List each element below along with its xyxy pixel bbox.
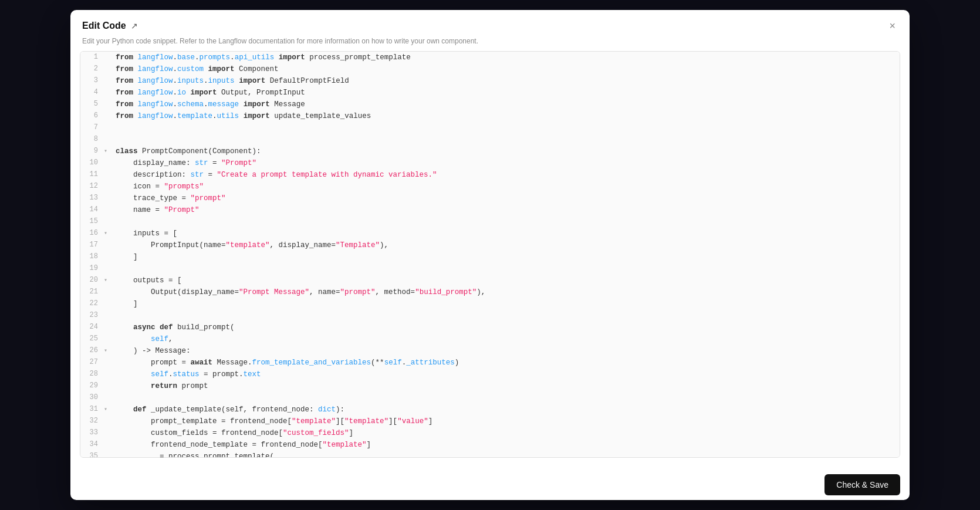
code-line: from langflow.custom import Component xyxy=(111,63,900,75)
code-line: _ = process_prompt_template( xyxy=(111,451,900,457)
line-number: 4 xyxy=(80,87,104,99)
line-number: 20 xyxy=(80,275,104,286)
table-row: 4from langflow.io import Output, PromptI… xyxy=(80,87,900,99)
table-row: 15 xyxy=(80,216,900,228)
fold-marker xyxy=(104,380,111,392)
fold-marker xyxy=(104,310,111,322)
fold-marker xyxy=(104,263,111,275)
table-row: 25 self, xyxy=(80,333,900,345)
code-line: Output(display_name="Prompt Message", na… xyxy=(111,286,900,298)
table-row: 30 xyxy=(80,392,900,404)
table-row: 34 frontend_node_template = frontend_nod… xyxy=(80,439,900,451)
check-save-button[interactable]: Check & Save xyxy=(824,474,900,495)
code-line: from langflow.inputs.inputs import Defau… xyxy=(111,75,900,87)
fold-marker xyxy=(104,63,111,75)
table-row: 3from langflow.inputs.inputs import Defa… xyxy=(80,75,900,87)
code-table: 1from langflow.base.prompts.api_utils im… xyxy=(80,52,900,457)
code-line: display_name: str = "Prompt" xyxy=(111,157,900,169)
fold-marker xyxy=(104,52,111,63)
fold-marker xyxy=(104,110,111,122)
fold-marker xyxy=(104,357,111,369)
line-number: 15 xyxy=(80,216,104,228)
code-line xyxy=(111,216,900,228)
line-number: 31 xyxy=(80,404,104,416)
fold-marker xyxy=(104,298,111,310)
fold-marker xyxy=(104,451,111,457)
line-number: 9 xyxy=(80,146,104,157)
fold-marker xyxy=(104,157,111,169)
line-number: 13 xyxy=(80,192,104,204)
table-row: 1from langflow.base.prompts.api_utils im… xyxy=(80,52,900,63)
code-line: from langflow.base.prompts.api_utils imp… xyxy=(111,52,900,63)
line-number: 5 xyxy=(80,99,104,110)
external-link-icon[interactable]: ↗ xyxy=(131,21,138,31)
modal-body: 1from langflow.base.prompts.api_utils im… xyxy=(70,51,910,467)
line-number: 25 xyxy=(80,333,104,345)
close-button[interactable]: × xyxy=(887,19,898,32)
table-row: 19 xyxy=(80,263,900,275)
code-line: class PromptComponent(Component): xyxy=(111,146,900,157)
line-number: 18 xyxy=(80,251,104,263)
line-number: 19 xyxy=(80,263,104,275)
code-line: frontend_node_template = frontend_node["… xyxy=(111,439,900,451)
fold-marker xyxy=(104,216,111,228)
fold-marker xyxy=(104,87,111,99)
table-row: 13 trace_type = "prompt" xyxy=(80,192,900,204)
fold-marker xyxy=(104,239,111,251)
table-row: 18 ] xyxy=(80,251,900,263)
fold-marker xyxy=(104,439,111,451)
line-number: 34 xyxy=(80,439,104,451)
fold-marker: ▾ xyxy=(104,228,111,239)
fold-marker xyxy=(104,427,111,439)
code-line: ] xyxy=(111,298,900,310)
code-line: icon = "prompts" xyxy=(111,181,900,192)
modal-subtitle: Edit your Python code snippet. Refer to … xyxy=(70,37,910,51)
line-number: 1 xyxy=(80,52,104,63)
line-number: 23 xyxy=(80,310,104,322)
code-line: ) -> Message: xyxy=(111,345,900,357)
line-number: 32 xyxy=(80,416,104,427)
line-number: 12 xyxy=(80,181,104,192)
table-row: 23 xyxy=(80,310,900,322)
code-line: from langflow.template.utils import upda… xyxy=(111,110,900,122)
line-number: 8 xyxy=(80,134,104,146)
code-line: def _update_template(self, frontend_node… xyxy=(111,404,900,416)
line-number: 14 xyxy=(80,204,104,216)
fold-marker xyxy=(104,75,111,87)
fold-marker xyxy=(104,369,111,380)
code-line: return prompt xyxy=(111,380,900,392)
table-row: 31▾ def _update_template(self, frontend_… xyxy=(80,404,900,416)
table-row: 28 self.status = prompt.text xyxy=(80,369,900,380)
modal-overlay: Edit Code ↗ × Edit your Python code snip… xyxy=(0,0,980,510)
modal-title-row: Edit Code ↗ xyxy=(82,21,138,31)
code-line: ] xyxy=(111,251,900,263)
code-line: from langflow.schema.message import Mess… xyxy=(111,99,900,110)
line-number: 35 xyxy=(80,451,104,457)
code-line: self.status = prompt.text xyxy=(111,369,900,380)
fold-marker: ▾ xyxy=(104,146,111,157)
code-line xyxy=(111,310,900,322)
code-line: inputs = [ xyxy=(111,228,900,239)
table-row: 29 return prompt xyxy=(80,380,900,392)
table-row: 26▾ ) -> Message: xyxy=(80,345,900,357)
code-line: trace_type = "prompt" xyxy=(111,192,900,204)
table-row: 7 xyxy=(80,122,900,134)
fold-marker: ▾ xyxy=(104,275,111,286)
line-number: 6 xyxy=(80,110,104,122)
fold-marker xyxy=(104,286,111,298)
fold-marker xyxy=(104,416,111,427)
line-number: 33 xyxy=(80,427,104,439)
fold-marker: ▾ xyxy=(104,345,111,357)
table-row: 17 PromptInput(name="template", display_… xyxy=(80,239,900,251)
line-number: 7 xyxy=(80,122,104,134)
code-editor[interactable]: 1from langflow.base.prompts.api_utils im… xyxy=(80,51,900,457)
table-row: 24 async def build_prompt( xyxy=(80,322,900,333)
modal-header: Edit Code ↗ × xyxy=(70,10,910,37)
table-row: 33 custom_fields = frontend_node["custom… xyxy=(80,427,900,439)
fold-marker xyxy=(104,169,111,181)
table-row: 8 xyxy=(80,134,900,146)
line-number: 28 xyxy=(80,369,104,380)
table-row: 6from langflow.template.utils import upd… xyxy=(80,110,900,122)
table-row: 10 display_name: str = "Prompt" xyxy=(80,157,900,169)
fold-marker: ▾ xyxy=(104,404,111,416)
